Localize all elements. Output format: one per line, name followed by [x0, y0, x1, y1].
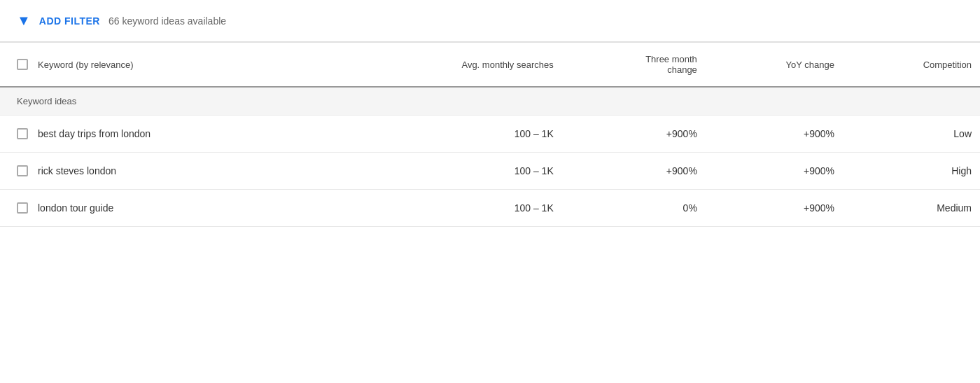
- header-avg-monthly: Avg. monthly searches: [334, 43, 562, 88]
- header-three-month: Three monthchange: [562, 43, 706, 88]
- keyword-text: best day trips from london: [38, 128, 150, 139]
- header-keyword: Keyword (by relevance): [0, 43, 334, 88]
- section-label: Keyword ideas: [0, 87, 980, 116]
- keyword-text: london tour guide: [38, 202, 113, 214]
- keyword-cell: london tour guide: [0, 190, 334, 227]
- filter-icon: ▼: [17, 13, 31, 29]
- competition-cell: High: [843, 153, 980, 190]
- three-month-cell: +900%: [562, 116, 706, 153]
- top-bar: ▼ ADD FILTER 66 keyword ideas available: [0, 0, 980, 42]
- header-yoy-change: YoY change: [706, 43, 843, 88]
- competition-cell: Medium: [843, 190, 980, 227]
- row-checkbox-2[interactable]: [17, 202, 28, 214]
- section-row: Keyword ideas: [0, 87, 980, 116]
- select-all-checkbox[interactable]: [17, 59, 28, 70]
- avg-monthly-cell: 100 – 1K: [334, 190, 562, 227]
- table-row: london tour guide 100 – 1K0%+900%Medium: [0, 190, 980, 227]
- keyword-table-container: Keyword (by relevance) Avg. monthly sear…: [0, 42, 980, 227]
- row-checkbox-1[interactable]: [17, 165, 28, 176]
- keyword-text: rick steves london: [38, 165, 116, 176]
- avg-monthly-cell: 100 – 1K: [334, 153, 562, 190]
- header-competition: Competition: [843, 43, 980, 88]
- keyword-cell: best day trips from london: [0, 116, 334, 153]
- add-filter-button[interactable]: ADD FILTER: [39, 15, 100, 27]
- three-month-cell: 0%: [562, 190, 706, 227]
- keyword-cell: rick steves london: [0, 153, 334, 190]
- avg-monthly-cell: 100 – 1K: [334, 116, 562, 153]
- row-checkbox-0[interactable]: [17, 128, 28, 139]
- table-row: rick steves london 100 – 1K+900%+900%Hig…: [0, 153, 980, 190]
- table-row: best day trips from london 100 – 1K+900%…: [0, 116, 980, 153]
- yoy-cell: +900%: [706, 190, 843, 227]
- yoy-cell: +900%: [706, 153, 843, 190]
- yoy-cell: +900%: [706, 116, 843, 153]
- keyword-table: Keyword (by relevance) Avg. monthly sear…: [0, 42, 980, 227]
- table-header-row: Keyword (by relevance) Avg. monthly sear…: [0, 43, 980, 88]
- three-month-cell: +900%: [562, 153, 706, 190]
- keyword-count: 66 keyword ideas available: [108, 15, 226, 27]
- competition-cell: Low: [843, 116, 980, 153]
